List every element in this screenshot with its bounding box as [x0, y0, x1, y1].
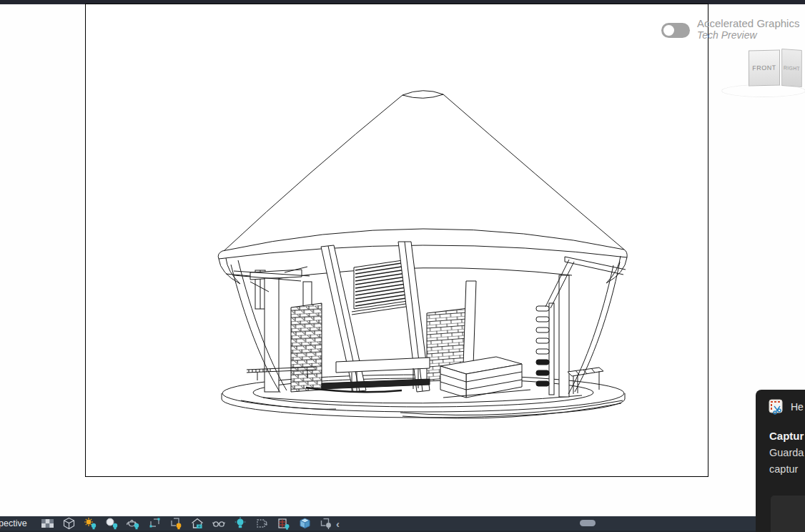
notification-title: Captur [769, 430, 804, 442]
notification-body-line1: Guarda [769, 447, 804, 458]
collapse-chevron-icon[interactable]: ‹ [336, 518, 340, 530]
reveal-constraints-icon[interactable] [319, 517, 333, 530]
view-control-icons [40, 517, 333, 530]
sun-path-icon[interactable] [83, 517, 97, 530]
snipping-tool-notification[interactable]: He Captur Guarda captur [756, 390, 805, 532]
accelerated-graphics-toggle[interactable] [661, 23, 690, 38]
viewcube-front-face[interactable]: FRONT [749, 49, 780, 86]
default-3d-view-icon[interactable] [190, 517, 204, 530]
view-control-bar: pective [0, 516, 805, 532]
detail-level-icon[interactable] [61, 517, 76, 530]
analytical-model-icon[interactable] [276, 517, 290, 530]
temporary-hide-isolate-icon[interactable] [212, 517, 226, 530]
notification-screenshot-thumbnail[interactable] [771, 496, 805, 532]
notification-body-line2: captur [769, 463, 798, 475]
tech-preview-label: Tech Preview [697, 29, 799, 41]
visual-style-icon[interactable] [40, 517, 54, 530]
render-dialog-icon[interactable] [126, 517, 140, 530]
notification-app-title: He [791, 401, 804, 413]
horizontal-scrollbar-thumb[interactable] [580, 520, 596, 526]
application-window: Accelerated Graphics Tech Preview FRONT … [0, 0, 805, 532]
displacement-sets-icon[interactable] [297, 517, 312, 530]
viewcube-right-face[interactable]: RIGHT [781, 49, 802, 87]
temporary-view-properties-icon[interactable] [255, 517, 269, 530]
crop-view-icon[interactable] [147, 517, 162, 530]
crop-region-icon[interactable] [169, 517, 183, 530]
model-wireframe [85, 4, 708, 477]
drawing-canvas[interactable] [85, 4, 708, 477]
accelerated-graphics-labels: Accelerated Graphics Tech Preview [697, 17, 799, 41]
viewcube: FRONT RIGHT [741, 43, 805, 99]
shadows-icon[interactable] [104, 517, 119, 530]
accelerated-graphics-control: Accelerated Graphics Tech Preview [661, 17, 799, 41]
reveal-hidden-icon[interactable] [233, 517, 247, 530]
snipping-tool-icon [769, 398, 784, 415]
view-scale-label[interactable]: pective [0, 518, 30, 528]
notification-header: He [769, 398, 804, 415]
accelerated-graphics-label: Accelerated Graphics [697, 17, 799, 29]
toggle-knob-icon [663, 25, 674, 36]
